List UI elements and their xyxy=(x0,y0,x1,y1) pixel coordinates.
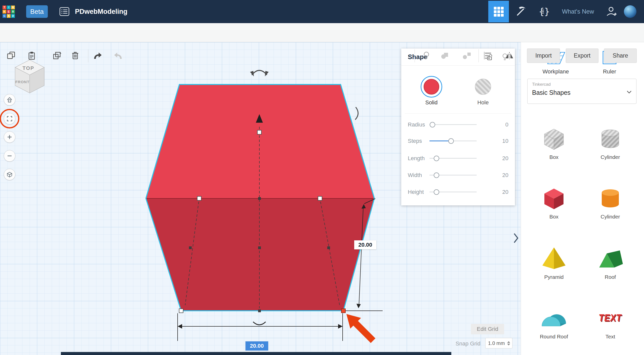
share-button[interactable]: Share xyxy=(604,49,637,63)
length-slider[interactable] xyxy=(429,158,477,159)
stepper-arrows-icon[interactable] xyxy=(507,341,512,345)
logo-tile: R xyxy=(11,10,15,14)
rotate-handle-top[interactable] xyxy=(250,70,269,76)
solid-option[interactable] xyxy=(421,76,442,98)
slider-label: Radius xyxy=(408,121,425,128)
box-hole-icon xyxy=(539,123,569,153)
text-shape-icon: TEXT xyxy=(593,300,628,335)
rotate-handle-bottom[interactable] xyxy=(253,322,266,325)
zoom-in-button[interactable] xyxy=(4,131,15,143)
shape-cylinder-solid[interactable]: Cylinder xyxy=(589,183,632,220)
mirror-button[interactable] xyxy=(503,50,515,62)
shape-label: Box xyxy=(533,154,575,160)
shape-label: Round Roof xyxy=(533,334,575,340)
document-list-icon[interactable] xyxy=(59,7,69,17)
radius-slider[interactable] xyxy=(429,124,477,125)
height-slider[interactable] xyxy=(429,192,477,192)
dim-arrowhead xyxy=(356,304,361,308)
view-cube-top-label[interactable]: TOP xyxy=(23,65,34,71)
shape-text[interactable]: TEXT Text xyxy=(589,302,632,340)
logo-tile: D xyxy=(11,14,15,18)
box-solid-icon xyxy=(539,183,569,213)
rotate-handle-side[interactable] xyxy=(355,107,358,120)
fit-view-button[interactable] xyxy=(4,113,15,124)
shape-box-solid[interactable]: Box xyxy=(533,183,575,220)
tinkercad-app: T I N K E R C A D Beta PDwebModeling xyxy=(0,0,644,355)
shape-label: Cylinder xyxy=(589,214,632,220)
shape-cylinder-hole[interactable]: Cylinder xyxy=(589,123,632,160)
width-slider[interactable] xyxy=(429,175,477,175)
ungroup-button[interactable] xyxy=(461,50,473,62)
redo-button[interactable] xyxy=(112,50,124,62)
shape-round-roof[interactable]: Round Roof xyxy=(533,302,575,340)
slider-value[interactable]: 20 xyxy=(491,172,508,179)
logo-tile: I xyxy=(7,6,11,9)
tinkercad-logo[interactable]: T I N K E R C A D xyxy=(3,6,15,18)
svg-text:}: } xyxy=(544,6,549,17)
group-button[interactable] xyxy=(438,50,451,62)
hint-lightbulb-icon[interactable] xyxy=(420,50,432,62)
shape-label: Pyramid xyxy=(533,274,575,280)
dim-arrowhead xyxy=(338,324,343,329)
minus-icon xyxy=(6,153,13,159)
round-roof-icon xyxy=(539,302,569,333)
logo-tile: K xyxy=(3,10,6,14)
steps-slider[interactable] xyxy=(429,141,477,141)
view-cube-front-label[interactable]: FRONT xyxy=(15,80,30,84)
shape-inspector-panel: Shape Solid Hole Radius 0 xyxy=(401,49,515,205)
annotation-arrow xyxy=(341,309,378,346)
tinker-pickaxe-icon[interactable] xyxy=(515,6,527,18)
slider-value[interactable]: 10 xyxy=(491,138,508,144)
zoom-out-button[interactable] xyxy=(4,150,15,162)
shape-pyramid[interactable]: Pyramid xyxy=(533,243,575,280)
slider-value[interactable]: 20 xyxy=(491,155,508,162)
slider-row-radius: Radius 0 xyxy=(401,119,515,130)
slider-value[interactable]: 20 xyxy=(491,189,508,195)
export-button[interactable]: Export xyxy=(566,49,598,63)
cylinder-solid-icon xyxy=(595,183,625,213)
shape-library-dropdown[interactable]: Tinkercad Basic Shapes xyxy=(527,79,636,104)
slider-value[interactable]: 0 xyxy=(491,121,508,128)
undo-button[interactable] xyxy=(92,50,104,62)
hole-option[interactable] xyxy=(475,79,491,95)
import-button[interactable]: Import xyxy=(527,49,560,63)
edit-toolbar: Import Export Share xyxy=(0,23,644,42)
grid-icon xyxy=(494,7,504,17)
delete-button[interactable] xyxy=(69,50,81,62)
slider-row-height: Height 20 xyxy=(401,186,515,197)
midpoint-handle xyxy=(258,197,261,200)
duplicate-button[interactable] xyxy=(51,50,63,62)
slider-label: Length xyxy=(408,155,425,162)
paste-button[interactable] xyxy=(26,50,38,62)
pyramid-icon xyxy=(539,243,569,273)
midpoint-handle xyxy=(189,246,192,249)
invite-user-icon[interactable] xyxy=(605,6,617,18)
scale-handle xyxy=(197,196,201,200)
snap-grid-label: Snap Grid xyxy=(439,340,480,347)
codeblocks-icon[interactable]: { } xyxy=(537,6,549,18)
edit-grid-button[interactable]: Edit Grid xyxy=(471,324,504,334)
beta-badge[interactable]: Beta xyxy=(26,5,48,18)
align-button[interactable] xyxy=(482,50,494,62)
whats-new-link[interactable]: What's New xyxy=(562,0,594,23)
height-dimension-input[interactable]: 20.00 xyxy=(354,240,376,249)
width-dimension-input[interactable]: 20.00 xyxy=(246,341,268,350)
app-switcher-button[interactable] xyxy=(488,1,509,22)
slider-label: Height xyxy=(408,189,424,195)
library-selected: Basic Shapes xyxy=(532,89,571,96)
view-cube[interactable]: TOP FRONT xyxy=(15,60,44,93)
user-avatar[interactable] xyxy=(624,5,636,18)
shape-roof[interactable]: Roof xyxy=(589,243,632,280)
snap-grid-select[interactable]: 1.0 mm xyxy=(485,338,512,348)
home-view-button[interactable] xyxy=(4,94,15,106)
logo-tile: N xyxy=(11,6,15,9)
solid-label: Solid xyxy=(416,99,447,106)
perspective-toggle-button[interactable] xyxy=(4,169,15,180)
slider-label: Width xyxy=(408,172,422,179)
toolbar-divider xyxy=(478,49,479,62)
fit-view-icon xyxy=(6,115,13,122)
design-title[interactable]: PDwebModeling xyxy=(75,0,128,23)
copy-button[interactable] xyxy=(5,50,17,62)
collapse-panel-chevron-icon[interactable] xyxy=(513,232,519,245)
shape-box-hole[interactable]: Box xyxy=(533,123,575,160)
